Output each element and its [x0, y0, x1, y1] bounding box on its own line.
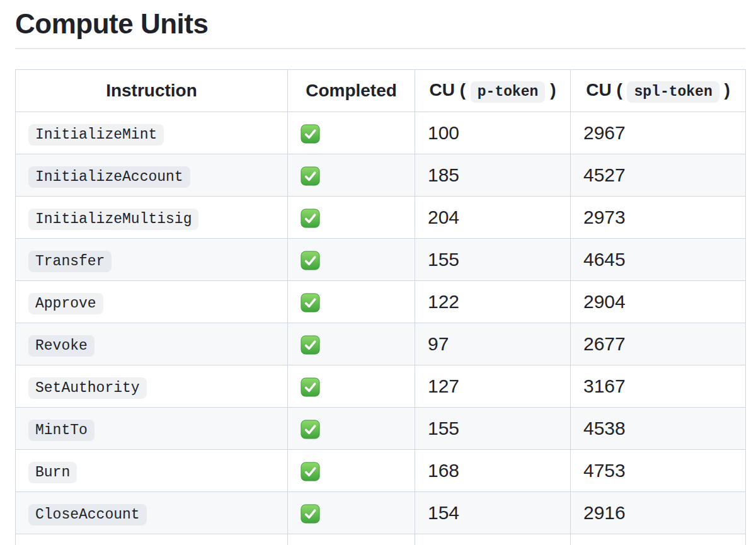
check-mark-icon: [301, 420, 320, 439]
instruction-cell: [16, 534, 288, 545]
instruction-cell: MintTo: [16, 408, 288, 450]
instruction-cell: Revoke: [16, 323, 288, 365]
table-row: InitializeMint 100 2967: [16, 112, 746, 154]
cu-spl-token-cell: 2916: [571, 492, 746, 534]
completed-cell: [288, 239, 415, 281]
p-token-code-chip: p-token: [471, 81, 546, 103]
instruction-cell: Burn: [16, 450, 288, 492]
check-mark-icon: [301, 335, 320, 355]
table-row: Revoke 97 2677: [16, 323, 746, 365]
check-mark-icon: [301, 504, 320, 524]
content-container: Compute Units Instruction Completed CU (…: [15, 0, 745, 545]
table-row: Approve 122 2904: [16, 281, 746, 323]
cu-spl-token-cell: 2967: [571, 112, 746, 154]
completed-cell: [288, 408, 415, 450]
completed-cell: [288, 197, 415, 239]
cu-spl-token-cell: 4753: [571, 450, 746, 492]
column-header-completed: Completed: [288, 70, 415, 112]
table-row: MintTo 155 4538: [16, 408, 746, 450]
table-row: CloseAccount 154 2916: [16, 492, 746, 534]
column-header-cu-p-token: CU ( p-token ): [415, 70, 571, 112]
completed-cell: [288, 154, 415, 197]
cu-spl-token-cell: 4527: [571, 154, 746, 197]
instruction-code-chip: Burn: [28, 462, 77, 483]
check-mark-icon: [301, 293, 320, 313]
cu-p-token-cell: 155: [415, 239, 571, 281]
completed-cell: [288, 323, 415, 365]
cu-p-token-cell: 122: [415, 281, 571, 323]
instruction-code-chip: SetAuthority: [28, 377, 147, 399]
cu-spl-token-cell: 3167: [571, 365, 746, 408]
cu-spl-token-cell: 2677: [571, 323, 746, 365]
table-header-row: Instruction Completed CU ( p-token ) CU …: [16, 70, 746, 112]
table-row: SetAuthority 127 3167: [16, 365, 746, 408]
completed-cell: [288, 492, 415, 534]
instruction-code-chip: InitializeMultisig: [28, 209, 198, 230]
cu-p-token-cell: 185: [415, 154, 571, 197]
instruction-code-chip: Revoke: [28, 335, 94, 357]
check-mark-icon: [301, 209, 320, 228]
completed-cell: [288, 450, 415, 492]
cu-p-token-cell: 204: [415, 197, 571, 239]
instruction-cell: CloseAccount: [16, 492, 288, 534]
cu-spl-token-cell: 2904: [571, 281, 746, 323]
instruction-code-chip: CloseAccount: [28, 504, 147, 525]
instruction-cell: Approve: [16, 281, 288, 323]
check-mark-icon: [301, 462, 320, 481]
cu-spl-token-cell: 4538: [571, 408, 746, 450]
cu-p-token-cell: 100: [415, 112, 571, 154]
cu-spl-token-cell: 4645: [571, 239, 746, 281]
cu-p-token-cell: 97: [415, 323, 571, 365]
instruction-code-chip: InitializeAccount: [28, 166, 190, 188]
cu-spl-token-cell: 2973: [571, 197, 746, 239]
check-mark-icon: [301, 124, 320, 144]
instruction-code-chip: Transfer: [28, 251, 112, 272]
table-row: Burn 168 4753: [16, 450, 746, 492]
check-mark-icon: [301, 377, 320, 397]
cu-p-token-cell: 154: [415, 492, 571, 534]
instruction-cell: Transfer: [16, 239, 288, 281]
check-mark-icon: [301, 251, 320, 270]
table-row-partial: [16, 534, 746, 545]
compute-units-table: Instruction Completed CU ( p-token ) CU …: [15, 69, 746, 545]
completed-cell: [288, 281, 415, 323]
cu-p-token-cell: 155: [415, 408, 571, 450]
cu-spl-token-cell: [571, 534, 746, 545]
cu-p-token-cell: [415, 534, 571, 545]
table-row: InitializeAccount 185 4527: [16, 154, 746, 197]
cu-p-token-cell: 168: [415, 450, 571, 492]
page-title: Compute Units: [15, 0, 745, 49]
completed-cell: [288, 365, 415, 408]
instruction-code-chip: InitializeMint: [28, 124, 164, 146]
column-header-cu-spl-token: CU ( spl-token ): [571, 70, 746, 112]
instruction-cell: SetAuthority: [16, 365, 288, 408]
instruction-code-chip: MintTo: [28, 420, 94, 441]
completed-cell: [288, 534, 415, 545]
instruction-code-chip: Approve: [28, 293, 103, 314]
check-mark-icon: [301, 166, 320, 186]
spl-token-code-chip: spl-token: [627, 81, 719, 103]
column-header-instruction: Instruction: [16, 70, 288, 112]
instruction-cell: InitializeMint: [16, 112, 288, 154]
cu-p-token-cell: 127: [415, 365, 571, 408]
table-row: InitializeMultisig 204 2973: [16, 197, 746, 239]
instruction-cell: InitializeMultisig: [16, 197, 288, 239]
table-row: Transfer 155 4645: [16, 239, 746, 281]
completed-cell: [288, 112, 415, 154]
instruction-cell: InitializeAccount: [16, 154, 288, 197]
